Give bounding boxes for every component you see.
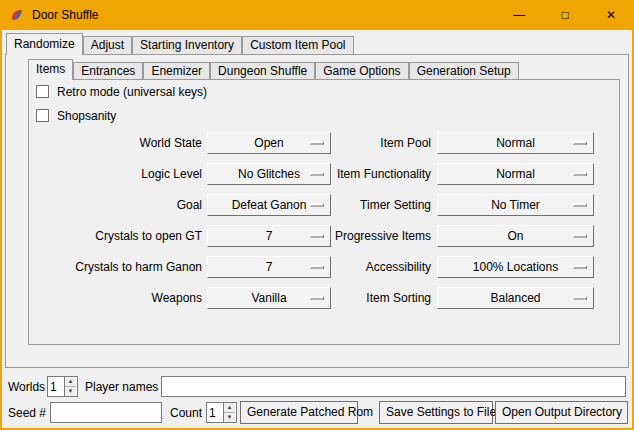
weapons-value: Vanilla bbox=[251, 291, 286, 305]
world-state-value: Open bbox=[254, 136, 283, 150]
count-input[interactable] bbox=[207, 403, 223, 422]
generate-patched-rom-button[interactable]: Generate Patched Rom bbox=[240, 401, 358, 424]
shopsanity-checkbox[interactable] bbox=[36, 109, 49, 122]
tab-items[interactable]: Items bbox=[28, 59, 73, 80]
item-functionality-label: Item Functionality bbox=[300, 163, 431, 185]
item-sorting-dropdown[interactable]: Balanced bbox=[437, 287, 594, 309]
count-spinbox[interactable]: ▲ ▼ bbox=[206, 402, 237, 423]
inner-tab-bar: Items Entrances Enemizer Dungeon Shuffle… bbox=[28, 59, 519, 79]
accessibility-label: Accessibility bbox=[300, 256, 431, 278]
app-icon bbox=[10, 8, 24, 22]
worlds-spinbox[interactable]: ▲ ▼ bbox=[47, 376, 78, 397]
dropdown-indicator-icon bbox=[573, 173, 587, 176]
dropdown-indicator-icon bbox=[573, 235, 587, 238]
open-output-directory-button[interactable]: Open Output Directory bbox=[495, 401, 628, 424]
door-shuffle-window: Door Shuffle — □ ✕ Randomize Adjust Star… bbox=[0, 0, 634, 430]
worlds-input[interactable] bbox=[48, 377, 64, 396]
tab-randomize[interactable]: Randomize bbox=[6, 33, 83, 55]
save-settings-button[interactable]: Save Settings to File bbox=[379, 401, 493, 424]
window-title: Door Shuffle bbox=[32, 0, 99, 30]
tab-game-options[interactable]: Game Options bbox=[315, 62, 408, 79]
dropdown-indicator-icon bbox=[573, 266, 587, 269]
minimize-button[interactable]: — bbox=[496, 0, 542, 30]
logic-level-value: No Glitches bbox=[238, 167, 300, 181]
weapons-label: Weapons bbox=[30, 287, 202, 309]
logic-level-label: Logic Level bbox=[30, 163, 202, 185]
shopsanity-label: Shopsanity bbox=[57, 109, 116, 123]
retro-mode-label: Retro mode (universal keys) bbox=[57, 85, 207, 99]
title-bar[interactable]: Door Shuffle — □ ✕ bbox=[0, 0, 634, 30]
crystals-ganon-label: Crystals to harm Ganon bbox=[30, 256, 202, 278]
tab-starting-inventory[interactable]: Starting Inventory bbox=[132, 36, 242, 54]
progressive-items-value: On bbox=[507, 229, 523, 243]
player-names-label: Player names bbox=[85, 377, 158, 397]
item-functionality-dropdown[interactable]: Normal bbox=[437, 163, 594, 185]
goal-value: Defeat Ganon bbox=[232, 198, 307, 212]
timer-setting-value: No Timer bbox=[491, 198, 540, 212]
item-pool-label: Item Pool bbox=[300, 132, 431, 154]
item-functionality-value: Normal bbox=[496, 167, 535, 181]
tab-dungeon-shuffle[interactable]: Dungeon Shuffle bbox=[210, 62, 315, 79]
seed-input[interactable] bbox=[50, 402, 162, 423]
crystals-ganon-value: 7 bbox=[266, 260, 273, 274]
dropdown-indicator-icon bbox=[573, 142, 587, 145]
worlds-spin-up-button[interactable]: ▲ bbox=[65, 377, 76, 387]
accessibility-dropdown[interactable]: 100% Locations bbox=[437, 256, 594, 278]
outer-tab-bar: Randomize Adjust Starting Inventory Cust… bbox=[6, 33, 354, 54]
item-sorting-value: Balanced bbox=[490, 291, 540, 305]
item-pool-dropdown[interactable]: Normal bbox=[437, 132, 594, 154]
goal-label: Goal bbox=[30, 194, 202, 216]
tab-enemizer[interactable]: Enemizer bbox=[143, 62, 210, 79]
crystals-gt-label: Crystals to open GT bbox=[30, 225, 202, 247]
item-sorting-label: Item Sorting bbox=[300, 287, 431, 309]
dropdown-indicator-icon bbox=[573, 204, 587, 207]
count-spin-down-button[interactable]: ▼ bbox=[224, 413, 235, 422]
timer-setting-dropdown[interactable]: No Timer bbox=[437, 194, 594, 216]
tab-generation-setup[interactable]: Generation Setup bbox=[409, 62, 519, 79]
tab-adjust[interactable]: Adjust bbox=[83, 36, 132, 54]
tab-custom-item-pool[interactable]: Custom Item Pool bbox=[242, 36, 353, 54]
worlds-spin-down-button[interactable]: ▼ bbox=[65, 387, 76, 396]
count-label: Count bbox=[170, 403, 202, 423]
item-pool-value: Normal bbox=[496, 136, 535, 150]
progressive-items-label: Progressive Items bbox=[300, 225, 431, 247]
dropdown-indicator-icon bbox=[573, 297, 587, 300]
seed-label: Seed # bbox=[8, 403, 46, 423]
progressive-items-dropdown[interactable]: On bbox=[437, 225, 594, 247]
count-spin-up-button[interactable]: ▲ bbox=[224, 403, 235, 413]
maximize-button[interactable]: □ bbox=[542, 0, 588, 30]
tab-entrances[interactable]: Entrances bbox=[73, 62, 143, 79]
world-state-label: World State bbox=[30, 132, 202, 154]
accessibility-value: 100% Locations bbox=[473, 260, 558, 274]
crystals-gt-value: 7 bbox=[266, 229, 273, 243]
worlds-label: Worlds bbox=[8, 377, 45, 397]
close-button[interactable]: ✕ bbox=[588, 0, 634, 30]
player-names-input[interactable] bbox=[161, 376, 626, 397]
retro-mode-checkbox[interactable] bbox=[36, 85, 49, 98]
timer-setting-label: Timer Setting bbox=[300, 194, 431, 216]
